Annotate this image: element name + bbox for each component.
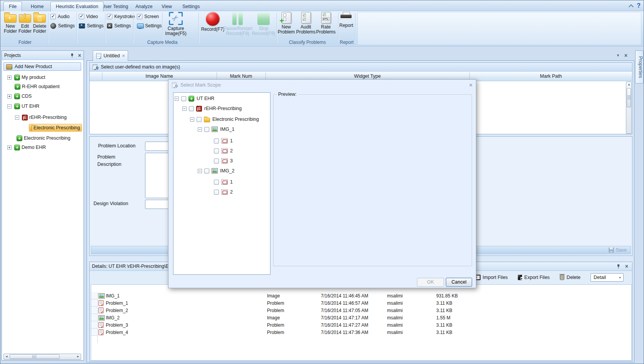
edit-folder-button[interactable]: Edit Folder bbox=[18, 12, 32, 34]
list-item-img2[interactable]: IMG_2 Image 7/16/2014 11:47:17 AM msalim… bbox=[98, 314, 629, 321]
expand-icon[interactable] bbox=[7, 94, 12, 99]
add-new-product-button[interactable]: Add New Product bbox=[3, 62, 81, 71]
collapse-icon[interactable] bbox=[175, 97, 179, 101]
keystroke-settings-button[interactable]: K Settings bbox=[107, 22, 131, 29]
node-checkbox[interactable] bbox=[204, 127, 209, 132]
document-tab-untitled[interactable]: Untitled × bbox=[93, 50, 128, 61]
audio-checkbox[interactable]: Audio bbox=[50, 13, 70, 20]
document-close-icon[interactable]: × bbox=[624, 53, 627, 58]
screen-settings-button[interactable]: Settings bbox=[137, 22, 162, 29]
tree-node-ut-ehr[interactable]: UT EHR bbox=[175, 95, 214, 102]
close-icon[interactable]: × bbox=[78, 53, 81, 58]
scrollbar-thumb[interactable] bbox=[10, 354, 60, 359]
delete-folder-button[interactable]: Delete Folder bbox=[32, 12, 47, 34]
pin-icon[interactable] bbox=[70, 53, 74, 58]
properties-side-tab[interactable]: Properties bbox=[635, 50, 644, 83]
ok-button[interactable]: OK bbox=[417, 278, 444, 287]
node-checkbox[interactable] bbox=[214, 190, 219, 195]
video-checkbox[interactable]: Video bbox=[79, 13, 98, 20]
tree-item-rehr-outpatient[interactable]: R-EHR outpatient bbox=[15, 83, 60, 90]
record-button[interactable]: Record(F7) bbox=[200, 12, 225, 32]
expand-icon[interactable] bbox=[7, 145, 12, 150]
tree-item-demo-ehr[interactable]: Demo EHR bbox=[7, 144, 46, 151]
cancel-button[interactable]: Cancel bbox=[446, 278, 472, 287]
tree-item-cds[interactable]: CDS bbox=[7, 92, 32, 100]
tree-node-img2-mark2[interactable]: 2 bbox=[214, 189, 233, 195]
collapse-icon[interactable] bbox=[198, 127, 202, 132]
tree-item-my-product[interactable]: My product bbox=[7, 73, 45, 81]
keystroke-checkbox-box[interactable] bbox=[107, 14, 112, 19]
collapse-icon[interactable] bbox=[15, 115, 19, 120]
tree-item-electronic-prescribing[interactable]: Electronic Prescribing bbox=[17, 134, 70, 142]
import-files-button[interactable]: Import Files bbox=[475, 275, 508, 280]
report-button[interactable]: Report bbox=[337, 12, 355, 28]
list-item-img1[interactable]: IMG_1 Image 7/16/2014 11:46:45 AM msalim… bbox=[98, 292, 629, 299]
video-settings-button[interactable]: Settings bbox=[79, 22, 103, 29]
list-item-problem1[interactable]: Problem_1 Problem 7/16/2014 11:46:57 AM … bbox=[98, 299, 629, 307]
tree-item-ut-ehr[interactable]: UT EHR bbox=[7, 102, 39, 110]
marks-vertical-scrollbar[interactable]: ▲ bbox=[626, 82, 632, 134]
node-checkbox[interactable] bbox=[214, 139, 219, 144]
node-checkbox[interactable] bbox=[189, 106, 194, 111]
tree-node-img1[interactable]: IMG_1 bbox=[198, 126, 235, 133]
pause-restart-record-button[interactable]: Pause/Restart Record(F8) bbox=[222, 12, 253, 36]
list-item-problem2[interactable]: Problem_2 Problem 7/16/2014 11:47:05 AM … bbox=[98, 307, 629, 314]
tree-node-img1-mark3[interactable]: 3 bbox=[214, 157, 233, 164]
screen-checkbox[interactable]: Screen bbox=[137, 13, 159, 20]
export-files-button[interactable]: Export Files bbox=[518, 275, 550, 280]
scrollbar-thumb[interactable] bbox=[627, 88, 631, 107]
save-button[interactable]: Save bbox=[609, 247, 627, 253]
capture-image-button[interactable]: Capture Image(F5) bbox=[165, 12, 186, 36]
delete-button[interactable]: Delete bbox=[560, 275, 581, 280]
collapse-icon[interactable] bbox=[7, 104, 12, 109]
node-checkbox[interactable] bbox=[214, 159, 219, 164]
new-folder-button[interactable]: + New Folder bbox=[3, 12, 18, 34]
expand-icon[interactable] bbox=[7, 75, 12, 80]
scroll-left-icon[interactable]: ◄ bbox=[4, 354, 9, 359]
tab-settings[interactable]: Settings bbox=[177, 2, 205, 11]
pin-icon[interactable] bbox=[617, 264, 621, 269]
tab-view[interactable]: View bbox=[157, 2, 177, 11]
audio-checkbox-box[interactable] bbox=[50, 14, 56, 19]
dialog-close-icon[interactable]: × bbox=[469, 82, 472, 88]
node-checkbox[interactable] bbox=[181, 96, 186, 101]
view-mode-combobox[interactable]: Detail bbox=[591, 273, 624, 282]
collapse-icon[interactable] bbox=[190, 117, 194, 122]
column-header-mark-path[interactable]: Mark Path bbox=[469, 72, 632, 81]
tree-node-rehr-prescribing[interactable]: rEHR-Prescribing bbox=[182, 105, 242, 112]
screen-checkbox-box[interactable] bbox=[137, 14, 142, 19]
collapse-icon[interactable] bbox=[182, 107, 187, 111]
tab-analyze[interactable]: Analyze bbox=[130, 2, 157, 11]
audio-settings-button[interactable]: Settings bbox=[50, 22, 75, 29]
node-checkbox[interactable] bbox=[214, 180, 219, 185]
node-checkbox[interactable] bbox=[214, 149, 219, 154]
collapse-ribbon-icon[interactable] bbox=[629, 4, 634, 9]
node-checkbox[interactable] bbox=[197, 117, 202, 122]
tab-close-icon[interactable]: × bbox=[122, 53, 125, 58]
video-checkbox-box[interactable] bbox=[79, 14, 84, 19]
tab-home[interactable]: Home bbox=[26, 2, 48, 11]
tree-node-img2-mark1[interactable]: 1 bbox=[214, 179, 233, 185]
help-icon[interactable]: ? bbox=[637, 3, 641, 9]
rate-problems-button[interactable]: 97% Rate Problems bbox=[314, 12, 338, 35]
stop-record-button[interactable]: Stop Record(F9) bbox=[250, 12, 277, 36]
tab-list-dropdown-icon[interactable]: ▼ bbox=[616, 53, 620, 57]
tree-node-img1-mark1[interactable]: 1 bbox=[214, 137, 233, 144]
tree-node-img2[interactable]: IMG_2 bbox=[198, 167, 235, 174]
tree-node-electronic-prescribing[interactable]: Electronic Prescribing bbox=[190, 116, 259, 123]
tab-heuristic-evaluation[interactable]: Heuristic Evaluation bbox=[50, 2, 103, 12]
close-icon[interactable]: × bbox=[625, 264, 628, 269]
dialog-title-bar[interactable]: Select Mark Scope bbox=[169, 80, 476, 90]
list-item-problem3[interactable]: Problem_3 Problem 7/16/2014 11:47:27 AM … bbox=[98, 321, 629, 329]
list-item-problem4[interactable]: Problem_4 Problem 7/16/2014 11:47:36 AM … bbox=[98, 329, 629, 336]
scroll-up-icon[interactable]: ▲ bbox=[626, 82, 632, 87]
node-checkbox[interactable] bbox=[204, 169, 209, 174]
tab-file[interactable]: File bbox=[3, 2, 22, 12]
projects-horizontal-scrollbar[interactable]: ◄ ► bbox=[3, 354, 81, 360]
scroll-right-icon[interactable]: ► bbox=[75, 354, 81, 359]
tree-item-rehr-prescribing[interactable]: rEHR-Prescribing bbox=[15, 114, 67, 121]
tree-item-electronic-prescribing-selected[interactable]: Electronic Prescribing bbox=[29, 124, 82, 132]
keystroke-checkbox[interactable]: Keystroke bbox=[107, 13, 135, 20]
tree-node-img1-mark2[interactable]: 2 bbox=[214, 147, 233, 154]
collapse-icon[interactable] bbox=[198, 169, 202, 173]
